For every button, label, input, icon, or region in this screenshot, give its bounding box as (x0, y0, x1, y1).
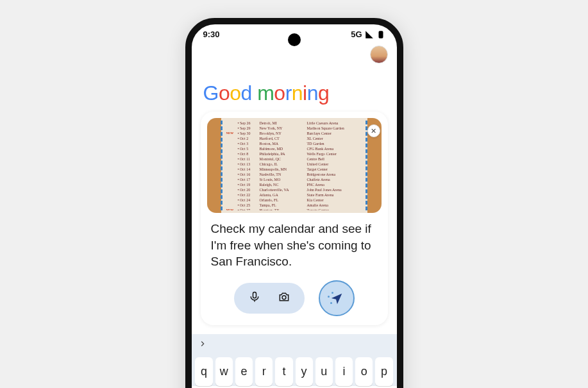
greeting-text: Good morning (192, 63, 397, 109)
tour-row: NEW• Sep 30Brooklyn, NYBarclays Center (226, 131, 362, 136)
input-card: • Sep 26Detroit, MILittle Caesars Arena•… (201, 112, 388, 325)
key-r[interactable]: r (255, 357, 273, 386)
dash-left (221, 121, 223, 210)
tour-row: • Oct 16Nashville, TNBridgestone Arena (226, 172, 362, 177)
camera-dot (288, 33, 301, 46)
mic-icon[interactable] (248, 291, 261, 306)
tour-row: • Oct 8Philadelphia, PAWells Fargo Cente… (226, 151, 362, 156)
tour-row: • Oct 11Montréal, QCCentre Bell (226, 156, 362, 162)
status-network: 5G (351, 30, 362, 39)
key-t[interactable]: t (275, 357, 292, 386)
remove-attachment-button[interactable]: ✕ (367, 124, 380, 137)
tour-row: • Oct 2Hartford, CTXL Center (226, 136, 362, 141)
key-i[interactable]: i (335, 357, 353, 386)
keyboard-suggestion-bar[interactable] (192, 334, 397, 353)
tour-row: • Oct 3Boston, MATD Garden (226, 141, 362, 146)
tour-list: • Sep 26Detroit, MILittle Caesars Arena•… (226, 121, 362, 210)
svg-rect-1 (253, 292, 256, 298)
dash-right (365, 121, 367, 210)
avatar[interactable] (370, 46, 388, 63)
key-w[interactable]: w (215, 357, 233, 386)
close-icon: ✕ (371, 127, 376, 135)
key-q[interactable]: q (195, 357, 212, 386)
chevron-right-icon (198, 339, 207, 348)
attachment-image[interactable]: • Sep 26Detroit, MILittle Caesars Arena•… (207, 118, 382, 213)
signal-icon (365, 30, 374, 39)
key-y[interactable]: y (296, 357, 313, 386)
svg-point-2 (282, 296, 286, 299)
tour-row: • Oct 22Atlanta, GAState Farm Arena (226, 192, 362, 198)
keyboard-row: qwertyuiop (192, 353, 397, 386)
status-time: 9:30 (203, 30, 220, 39)
tour-row: • Oct 13Chicago, ILUnited Center (226, 162, 362, 167)
prompt-text[interactable]: Check my calendar and see if I'm free wh… (207, 213, 382, 274)
svg-rect-0 (378, 31, 383, 38)
key-p[interactable]: p (375, 357, 392, 386)
tour-row: • Oct 19Raleigh, NCPNC Arena (226, 182, 362, 187)
send-button[interactable] (319, 280, 355, 316)
key-o[interactable]: o (355, 357, 373, 386)
tour-row: • Oct 17St Louis, MOChaifetz Arena (226, 177, 362, 182)
tour-row: • Sep 29New York, NYMadison Square Garde… (226, 126, 362, 131)
tour-row: • Oct 5Baltimore, MDCFG Bank Arena (226, 146, 362, 151)
tour-row: • Oct 14Minneapolis, MNTarget Center (226, 167, 362, 172)
tour-row: • Sep 26Detroit, MILittle Caesars Arena (226, 121, 362, 126)
key-u[interactable]: u (315, 357, 333, 386)
action-row (207, 274, 382, 320)
tour-row: NEW• Oct 27Houston, TXToyota Center (226, 208, 362, 210)
tour-row: • Oct 20Charlottesville, VAJohn Paul Jon… (226, 187, 362, 192)
battery-icon (376, 30, 385, 39)
key-e[interactable]: e (235, 357, 253, 386)
tour-row: • Oct 25Tampa, FLAmalie Arena (226, 203, 362, 208)
camera-icon[interactable] (278, 291, 290, 306)
tour-row: • Oct 24Orlando, FLKia Center (226, 198, 362, 203)
input-tools-pill (234, 283, 305, 314)
phone-frame: 9:30 5G Good morning • Sep 26Detroit, MI… (185, 18, 403, 388)
